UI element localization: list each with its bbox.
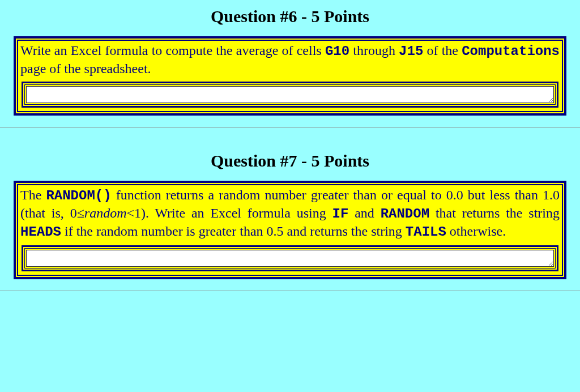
literal-heads: HEADS xyxy=(20,224,61,240)
question-6-answer-input[interactable] xyxy=(26,86,554,103)
prompt-text: if the random number is greater than 0.5… xyxy=(61,224,406,238)
literal-tails: TAILS xyxy=(406,224,446,240)
answer-row-outer xyxy=(22,245,558,271)
question-7-answer-input[interactable] xyxy=(26,250,554,267)
prompt-text: of the xyxy=(423,43,462,58)
prompt-text: and xyxy=(348,206,380,220)
question-6-title: Question #6 - 5 Points xyxy=(14,7,566,26)
function-name: RANDOM() xyxy=(46,188,111,203)
answer-row-inner xyxy=(24,248,556,269)
prompt-text: Write an Excel formula to compute the av… xyxy=(20,43,325,58)
question-7-prompt: The RANDOM() function returns a random n… xyxy=(18,185,562,242)
cell-ref: G10 xyxy=(325,44,349,59)
answer-row-inner xyxy=(24,84,556,105)
prompt-text: that returns the string xyxy=(429,206,560,220)
question-7-section: Question #7 - 5 Points The RANDOM() func… xyxy=(0,127,580,291)
question-7-title: Question #7 - 5 Points xyxy=(14,151,566,171)
prompt-text: otherwise. xyxy=(446,224,506,238)
answer-row xyxy=(18,78,562,111)
function-name: RANDOM xyxy=(381,206,429,221)
question-7-box-inner: The RANDOM() function returns a random n… xyxy=(17,184,563,276)
prompt-text: page of the spreadsheet. xyxy=(20,61,151,76)
sheet-name: Computations xyxy=(462,44,560,59)
question-6-box: Write an Excel formula to compute the av… xyxy=(14,36,566,116)
question-7-box: The RANDOM() function returns a random n… xyxy=(14,181,566,279)
prompt-text: through xyxy=(349,43,399,58)
function-name: IF xyxy=(332,206,349,221)
answer-row-outer xyxy=(22,82,558,108)
section-divider xyxy=(0,291,580,291)
prompt-text: <1). Write an Excel formula using xyxy=(127,206,332,220)
prompt-text: The xyxy=(20,188,46,202)
answer-row xyxy=(18,242,562,275)
question-6-box-inner: Write an Excel formula to compute the av… xyxy=(17,40,563,112)
cell-ref: J15 xyxy=(399,44,423,59)
question-6-section: Question #6 - 5 Points Write an Excel fo… xyxy=(0,0,580,127)
question-6-prompt: Write an Excel formula to compute the av… xyxy=(18,41,562,78)
variable-name: random xyxy=(84,206,127,220)
